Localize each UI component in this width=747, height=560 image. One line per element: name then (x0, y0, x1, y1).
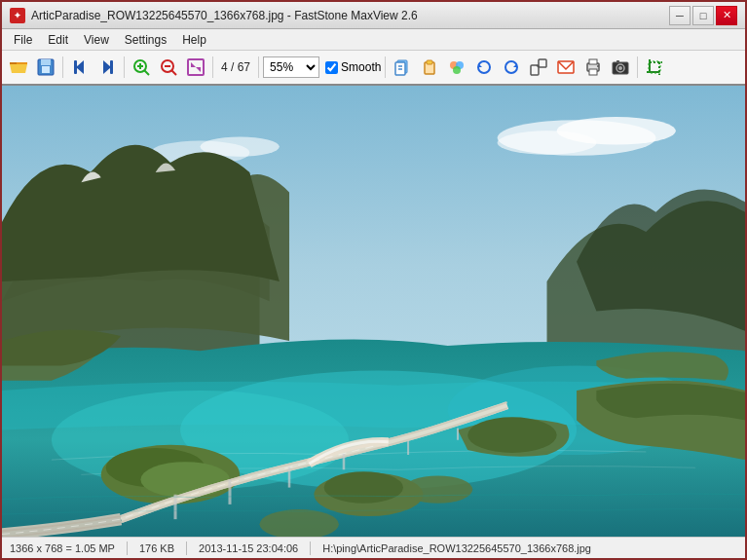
copy-clipboard-button[interactable] (390, 55, 415, 80)
title-bar: ✦ ArticParadise_ROW13225645570_1366x768.… (2, 2, 745, 29)
svg-line-16 (171, 70, 176, 75)
status-sep-3 (310, 541, 311, 555)
svg-rect-42 (616, 60, 619, 63)
smooth-label[interactable]: Smooth (325, 60, 381, 74)
svg-rect-32 (539, 59, 546, 67)
zoom-in-button[interactable] (129, 55, 154, 80)
svg-point-69 (403, 475, 472, 503)
minimize-button[interactable]: ─ (669, 6, 691, 25)
image-display: ArticParadise (2, 86, 745, 537)
file-datetime: 2013-11-15 23:04:06 (199, 542, 298, 554)
resize-button[interactable] (526, 55, 551, 80)
svg-rect-36 (589, 59, 597, 64)
svg-marker-6 (76, 60, 84, 74)
save-button[interactable] (33, 55, 58, 80)
next-button[interactable] (94, 55, 120, 80)
window-title: ArticParadise_ROW13225645570_1366x768.jp… (31, 9, 669, 22)
zoom-select[interactable]: 25% 50% 55% 75% 100% 150% 200% (263, 56, 319, 78)
menu-view[interactable]: View (76, 31, 117, 49)
menu-edit[interactable]: Edit (40, 31, 76, 49)
color-adjust-button[interactable] (444, 55, 469, 80)
svg-marker-19 (196, 67, 201, 72)
nav-counter-text: 4 / 67 (221, 60, 250, 74)
svg-point-41 (618, 66, 622, 70)
separator-5 (385, 56, 386, 78)
svg-rect-7 (74, 60, 77, 74)
status-bar: 1366 x 768 = 1.05 MP 176 KB 2013-11-15 2… (2, 537, 745, 558)
image-area: ArticParadise (2, 86, 745, 537)
paste-button[interactable] (417, 55, 442, 80)
separator-3 (212, 56, 213, 78)
menu-bar: File Edit View Settings Help (2, 29, 745, 51)
svg-point-59 (140, 462, 230, 498)
file-path: H:\ping\ArticParadise_ROW13225645570_136… (322, 542, 591, 554)
menu-settings[interactable]: Settings (117, 31, 174, 49)
file-size: 176 KB (139, 542, 174, 554)
print-button[interactable] (580, 55, 606, 80)
separator-6 (637, 56, 638, 78)
rotate-right-button[interactable] (499, 55, 524, 80)
svg-point-62 (467, 417, 557, 453)
svg-point-51 (498, 131, 597, 154)
zoom-out-button[interactable] (156, 55, 181, 80)
svg-rect-9 (110, 60, 113, 74)
svg-rect-2 (10, 62, 17, 64)
menu-help[interactable]: Help (174, 31, 214, 49)
smooth-checkbox[interactable] (325, 61, 338, 74)
svg-marker-18 (191, 62, 196, 67)
svg-line-13 (144, 70, 149, 75)
status-sep-1 (127, 541, 128, 555)
close-button[interactable]: ✕ (716, 6, 737, 25)
menu-file[interactable]: File (6, 31, 40, 49)
image-dimensions: 1366 x 768 = 1.05 MP (10, 542, 115, 554)
smooth-text: Smooth (341, 60, 381, 74)
window-controls: ─ □ ✕ (669, 6, 737, 25)
separator-1 (62, 56, 63, 78)
fit-button[interactable] (183, 55, 208, 80)
svg-marker-8 (103, 60, 111, 74)
svg-point-61 (324, 471, 403, 504)
status-sep-2 (186, 541, 187, 555)
email-button[interactable] (553, 55, 579, 80)
app-window: ✦ ArticParadise_ROW13225645570_1366x768.… (0, 0, 747, 560)
svg-rect-4 (41, 59, 51, 65)
svg-point-38 (597, 65, 599, 67)
svg-rect-37 (589, 69, 597, 75)
open-button[interactable] (6, 55, 31, 80)
separator-2 (124, 56, 125, 78)
screenshot-button[interactable] (608, 55, 633, 80)
separator-4 (258, 56, 259, 78)
svg-point-28 (453, 66, 461, 74)
svg-rect-25 (427, 60, 432, 64)
toolbar: 4 / 67 25% 50% 55% 75% 100% 150% 200% Sm… (2, 51, 745, 86)
nav-counter: 4 / 67 (221, 60, 250, 74)
rotate-left-button[interactable] (471, 55, 497, 80)
svg-rect-5 (42, 66, 50, 73)
maximize-button[interactable]: □ (692, 6, 714, 25)
prev-button[interactable] (67, 55, 93, 80)
app-icon: ✦ (10, 8, 25, 23)
crop-button[interactable] (642, 55, 667, 80)
